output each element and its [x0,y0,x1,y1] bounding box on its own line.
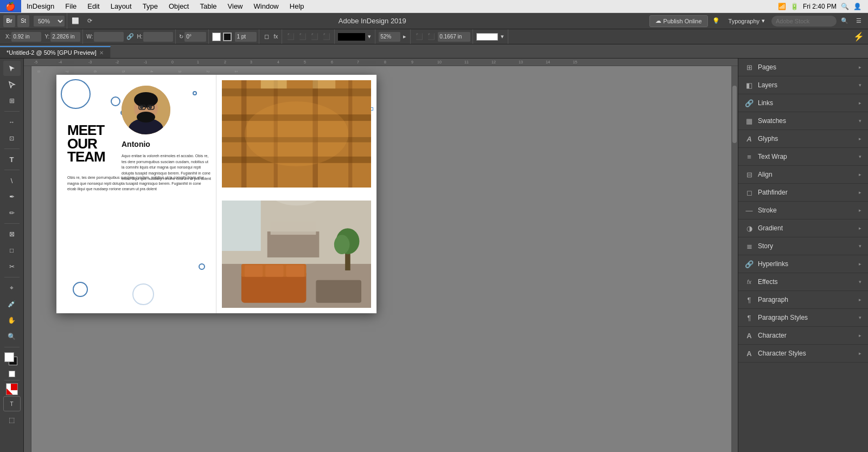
document-tab[interactable]: *Untitled-2 @ 50% [GPU Preview] ✕ [0,46,111,58]
paragraph-arrow: ▸ [859,297,861,302]
menu-view[interactable]: View [222,0,248,12]
canvas-area[interactable]: -5 -4 -3 -2 -1 0 1 2 3 4 5 6 7 8 9 10 11… [24,59,738,452]
stroke-swatch[interactable] [223,33,232,41]
paragraph-styles-label: Paragraph Styles [758,314,808,321]
typography-button[interactable]: Typography ▾ [724,15,769,27]
gap-tool[interactable]: ↔ [3,114,21,130]
lightning-bolt-button[interactable]: ⚡ [853,31,865,43]
menu-type[interactable]: Type [137,0,163,12]
menu-indesign[interactable]: InDesign [21,0,60,12]
pathfinder-panel-header[interactable]: ◻ Pathfinder ▸ [738,184,868,201]
content-collector[interactable]: ⊡ [3,131,21,146]
effects-panel-header[interactable]: fx Effects ▾ [738,273,868,290]
eyedropper-tool[interactable]: 💉 [3,296,21,312]
pencil-tool[interactable]: ✏ [3,205,21,221]
free-transform-tool[interactable]: ⌖ [3,280,21,295]
style-swatch[interactable] [476,33,498,41]
canvas-vertical-scrollbar[interactable] [731,66,738,452]
layers-panel-header[interactable]: ◧ Layers ▾ [738,76,868,94]
tool-separator-3 [4,170,20,170]
fill-stroke-swatch[interactable] [6,383,18,395]
fill-color-box[interactable] [4,352,14,362]
menu-edit[interactable]: Edit [82,0,105,12]
menu-window[interactable]: Window [248,0,284,12]
character-styles-panel-header[interactable]: A Character Styles ▸ [738,345,868,362]
rectangle-frame-tool[interactable]: ⊠ [3,227,21,242]
pen-tool[interactable]: ✒ [3,189,21,204]
character-styles-icon: A [745,350,754,358]
align-dist-btn[interactable]: ⬛ [414,33,425,41]
character-panel-header[interactable]: A Character ▸ [738,327,868,344]
light-bulb-button[interactable]: 💡 [710,15,722,27]
align-left-btn[interactable]: ⬛ [285,33,296,41]
w-input[interactable] [94,32,124,42]
paragraph-panel-header[interactable]: ¶ Paragraph ▸ [738,291,868,308]
tab-close-button[interactable]: ✕ [99,50,104,56]
swatches-panel-header[interactable]: ▦ Swatches ▾ [738,112,868,130]
menu-file[interactable]: File [60,0,82,12]
publish-online-button[interactable]: ☁ Publish Online [649,15,708,27]
text-wrap-panel-header[interactable]: ≡ Text Wrap ▾ [738,148,868,165]
menu-layout[interactable]: Layout [105,0,137,12]
search-icon[interactable]: 🔍 [841,3,849,10]
align-dist2-btn[interactable]: ⬛ [426,33,437,41]
user-icon[interactable]: 👤 [853,3,861,10]
story-panel-header[interactable]: ≣ Story ▾ [738,237,868,255]
constrain-btn[interactable]: 🔗 [125,33,136,41]
align-right-btn[interactable]: ⬛ [309,33,320,41]
links-panel-header[interactable]: 🔗 Links ▸ [738,94,868,112]
align-panel-header[interactable]: ⊟ Align ▸ [738,166,868,183]
x-input[interactable] [11,32,41,42]
apple-menu[interactable]: 🍎 [0,0,21,12]
rectangle-tool[interactable]: □ [3,243,21,258]
direct-selection-tool[interactable] [3,77,21,92]
opacity-arrow-btn[interactable]: ▸ [401,33,408,41]
menu-help[interactable]: Help [284,0,310,12]
adobe-stock-search[interactable] [771,16,837,27]
style-arrow-btn[interactable]: ▾ [499,33,506,41]
opacity-icon[interactable]: ◻ [263,33,271,41]
stroke-input[interactable] [235,32,257,42]
scrollbar-thumb[interactable] [732,86,737,144]
stroke-options-btn[interactable]: ▾ [366,33,373,41]
zoom-tool[interactable]: 🔍 [3,329,21,344]
pages-panel-header[interactable]: ⊞ Pages ▸ [738,59,868,76]
align-center-btn[interactable]: ⬛ [297,33,308,41]
menu-table[interactable]: Table [194,0,222,12]
text-wrap-label: Text Wrap [758,153,787,160]
width-input[interactable] [438,32,470,42]
zoom-select[interactable]: 50% 75% 100% [34,16,65,27]
rotation-input[interactable] [184,32,206,42]
transform-btn[interactable]: ⟳ [84,15,95,27]
document-spread[interactable]: MEET OUR TEAM Obis re, tes dere porrumqu… [56,75,376,313]
stock-button[interactable]: St [17,15,29,27]
hyperlinks-panel-header[interactable]: 🔗 Hyperlinks ▸ [738,255,868,273]
line-tool[interactable]: \ [3,173,21,188]
scissors-tool[interactable]: ✂ [3,259,21,274]
bridge-button[interactable]: Br [3,15,15,27]
paragraph-styles-panel-header[interactable]: ¶ Paragraph Styles ▾ [738,309,868,326]
none-icon[interactable] [9,371,15,377]
fill-swatch[interactable] [212,33,221,41]
y-input[interactable] [50,32,80,42]
gradient-panel-header[interactable]: ◑ Gradient ▸ [738,219,868,237]
title-line3: TEAM [67,150,105,164]
h-input[interactable] [143,32,173,42]
opacity-input[interactable] [379,32,400,42]
frame-type-btn[interactable]: T [3,396,21,411]
hamburger-button[interactable]: ☰ [853,15,865,27]
stroke-color-swatch[interactable] [338,33,365,41]
hand-tool[interactable]: ✋ [3,313,21,328]
frame-tool-btn[interactable]: ⬜ [69,15,81,27]
fx-btn[interactable]: fx [272,33,279,40]
view-mode-btn[interactable]: ⬚ [3,412,21,428]
stroke-panel-header[interactable]: — Stroke ▸ [738,202,868,219]
type-tool[interactable]: T [3,152,21,167]
glyphs-panel-header[interactable]: A Glyphs ▸ [738,130,868,147]
page-tool[interactable]: ⊞ [3,93,21,108]
menu-object[interactable]: Object [163,0,195,12]
distribute-btn[interactable]: ⬛ [321,33,332,41]
search-button[interactable]: 🔍 [839,15,851,27]
pathfinder-icon: ◻ [745,189,754,197]
selection-tool[interactable] [3,61,21,76]
